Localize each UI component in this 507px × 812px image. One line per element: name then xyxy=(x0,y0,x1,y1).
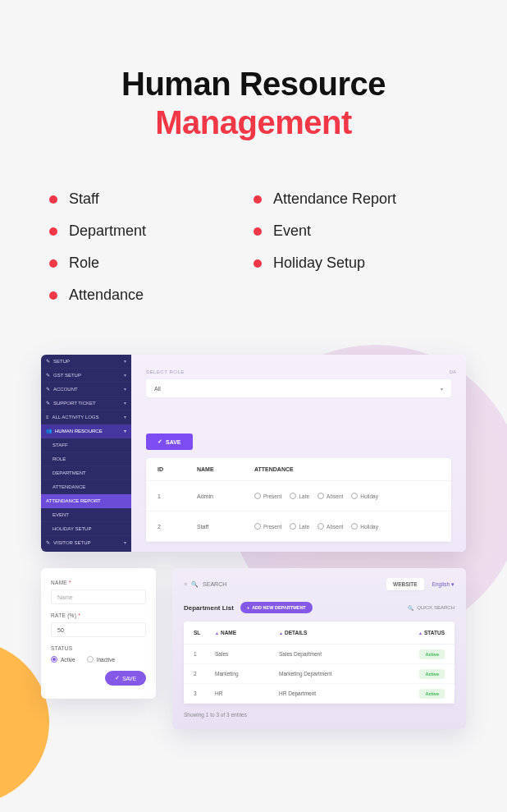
chevron-down-icon: ▾ xyxy=(124,429,126,434)
col-sl[interactable]: SL xyxy=(194,630,215,635)
table-row: 3 HR HR Department Active xyxy=(184,684,454,704)
col-name[interactable]: ▲NAME xyxy=(215,630,279,635)
sidebar-item-event[interactable]: EVENT xyxy=(41,508,131,522)
feature-label: Attendance Report xyxy=(273,190,396,208)
sidebar-item-department[interactable]: DEPARTMENT xyxy=(41,466,131,480)
radio-late[interactable]: Late xyxy=(290,493,309,499)
bullet-icon xyxy=(254,195,262,204)
sidebar-item-hr[interactable]: 👥HUMAN RESOURCE▾ xyxy=(41,424,131,438)
table-footer: Showing 1 to 3 of 3 entries xyxy=(184,712,454,718)
sidebar-item-account[interactable]: ✎ACCOUNT▾ xyxy=(41,383,131,397)
plus-icon: + xyxy=(247,605,249,610)
search-input[interactable]: ≡ 🔍 SEARCH xyxy=(184,581,226,588)
sidebar-item-holiday[interactable]: HOLIDAY SETUP xyxy=(41,522,131,536)
ticket-icon: ✎ xyxy=(46,401,50,406)
chevron-down-icon: ▾ xyxy=(124,401,126,406)
col-name: NAME xyxy=(197,466,254,472)
list-title: Department List xyxy=(184,604,234,612)
page-title-line1: Human Resource xyxy=(0,66,507,103)
chevron-down-icon: ▾ xyxy=(124,359,126,364)
sidebar-item-staff[interactable]: STAFF xyxy=(41,438,131,452)
sidebar-item-attendance-report[interactable]: ATTENDANCE REPORT xyxy=(41,494,131,508)
quick-search[interactable]: 🔍QUICK SEARCH xyxy=(408,605,454,611)
check-icon: ✓ xyxy=(158,438,162,445)
radio-present[interactable]: Present xyxy=(254,523,281,530)
add-department-button[interactable]: +ADD NEW DEPARTMENT xyxy=(240,602,313,613)
col-id: ID xyxy=(158,466,197,472)
wrench-icon: ✎ xyxy=(46,387,50,392)
name-label: NAME * xyxy=(51,580,146,585)
department-table: SL ▲NAME ▲DETAILS ▲STATUS 1 Sales Sales … xyxy=(184,622,454,704)
name-input[interactable]: Name xyxy=(51,590,146,604)
users-icon: 👥 xyxy=(46,429,52,434)
feature-column-right: Attendance Report Event Holiday Setup xyxy=(254,190,458,319)
table-row: 1 Sales Sales Department Active xyxy=(184,645,454,664)
role-select[interactable]: All ▾ xyxy=(146,379,451,397)
chevron-down-icon: ▾ xyxy=(124,415,126,420)
feature-label: Attendance xyxy=(69,287,144,304)
bullet-icon xyxy=(49,227,57,236)
save-button[interactable]: ✓SAVE xyxy=(105,671,146,686)
role-select-value: All xyxy=(154,386,161,392)
save-button[interactable]: ✓ SAVE xyxy=(146,434,193,450)
sidebar-item-attendance[interactable]: ATTENDANCE xyxy=(41,480,131,494)
attendance-table: ID NAME ATTENDANCE 1 Admin Present Late … xyxy=(146,458,451,542)
website-button[interactable]: WEBSITE xyxy=(386,578,424,590)
page-title-line2: Management xyxy=(0,104,507,141)
list-icon: ≡ xyxy=(46,415,49,420)
bullet-icon xyxy=(49,195,57,204)
table-row: 1 Admin Present Late Absent Holiday xyxy=(146,481,451,512)
sidebar-item-support[interactable]: ✎SUPPORT TICKET▾ xyxy=(41,397,131,411)
radio-holiday[interactable]: Holiday xyxy=(351,493,378,499)
sidebar-item-setup[interactable]: ✎SETUP▾ xyxy=(41,355,131,369)
sort-icon: ▲ xyxy=(215,631,219,635)
radio-late[interactable]: Late xyxy=(290,523,309,530)
wrench-icon: ✎ xyxy=(46,540,50,545)
search-icon: 🔍 xyxy=(191,581,199,588)
radio-absent[interactable]: Absent xyxy=(317,493,343,499)
feature-label: Event xyxy=(273,222,311,240)
radio-inactive[interactable]: Inactive xyxy=(87,656,115,663)
chevron-down-icon: ▾ xyxy=(124,373,126,378)
department-list-panel: ≡ 🔍 SEARCH WEBSITE English▾ Department L… xyxy=(172,568,466,729)
radio-holiday[interactable]: Holiday xyxy=(351,523,378,530)
bullet-icon xyxy=(49,291,57,300)
status-badge: Active xyxy=(419,689,445,699)
bullet-icon xyxy=(254,259,262,268)
sort-icon: ▲ xyxy=(418,631,422,635)
col-status[interactable]: ▲STATUS xyxy=(407,630,445,635)
chevron-down-icon: ▾ xyxy=(441,386,443,392)
table-row: 2 Marketing Marketing Department Active xyxy=(184,664,454,684)
status-badge: Active xyxy=(419,669,445,679)
col-details[interactable]: ▲DETAILS xyxy=(279,630,407,635)
sort-icon: ▲ xyxy=(279,631,283,635)
menu-icon: ≡ xyxy=(184,581,187,587)
sidebar-item-role[interactable]: ROLE xyxy=(41,452,131,466)
feature-column-left: Staff Department Role Attendance xyxy=(49,190,254,319)
chevron-down-icon: ▾ xyxy=(451,581,454,588)
status-badge: Active xyxy=(419,649,445,659)
search-icon: 🔍 xyxy=(408,605,413,611)
da-label: DA xyxy=(450,369,456,374)
wrench-icon: ✎ xyxy=(46,373,50,378)
sidebar-item-visitor[interactable]: ✎VISITOR SETUP▾ xyxy=(41,536,131,550)
table-row: 2 Staff Present Late Absent Holiday xyxy=(146,512,451,542)
feature-label: Staff xyxy=(69,190,99,208)
status-label: STATUS xyxy=(51,645,146,651)
rate-input[interactable]: 50 xyxy=(51,622,146,637)
app-sidebar: ✎SETUP▾ ✎GST SETUP▾ ✎ACCOUNT▾ ✎SUPPORT T… xyxy=(41,355,131,552)
radio-active[interactable]: Active xyxy=(51,656,75,663)
attendance-panel: ✎SETUP▾ ✎GST SETUP▾ ✎ACCOUNT▾ ✎SUPPORT T… xyxy=(41,355,466,552)
bullet-icon xyxy=(49,259,57,268)
select-role-label: SELECT ROLE xyxy=(146,369,451,374)
sidebar-item-gst[interactable]: ✎GST SETUP▾ xyxy=(41,369,131,383)
sidebar-item-logs[interactable]: ≡ALL ACTIVITY LOGS▾ xyxy=(41,411,131,424)
rate-label: RATE (%) * xyxy=(51,612,146,618)
sidebar-item-sidebarmgr[interactable]: ≡SIDEBAR MANAGER xyxy=(41,550,131,552)
feature-label: Holiday Setup xyxy=(273,255,365,272)
feature-label: Role xyxy=(69,255,99,272)
radio-absent[interactable]: Absent xyxy=(317,523,343,530)
radio-present[interactable]: Present xyxy=(254,493,281,499)
language-select[interactable]: English▾ xyxy=(432,581,454,588)
form-panel: NAME * Name RATE (%) * 50 STATUS Active … xyxy=(41,568,156,699)
